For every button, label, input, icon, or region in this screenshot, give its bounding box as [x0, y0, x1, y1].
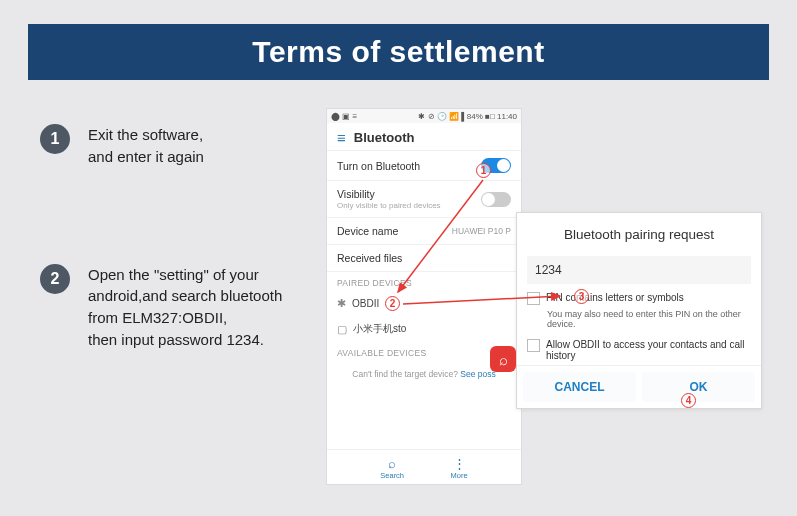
nav-label: More [451, 471, 468, 480]
row-sublabel: Only visible to paired devices [337, 201, 441, 210]
status-right: ✱ ⊘ 🕑 📶 ▌84% ■□ 11:40 [418, 112, 517, 121]
dialog-actions: CANCEL OK [517, 365, 761, 408]
bottom-nav: ⌕ Search ⋮ More [327, 449, 521, 484]
device-label: 小米手机sto [353, 322, 406, 336]
status-bar: ⬤ ▣ ≡ ✱ ⊘ 🕑 📶 ▌84% ■□ 11:40 [327, 109, 521, 123]
toggle-off-icon[interactable] [481, 192, 511, 207]
annotation-4: 4 [681, 393, 696, 408]
option-label: PIN contains letters or symbols [546, 292, 684, 303]
step-text: Open the "setting" of your android,and s… [88, 264, 300, 351]
option-allow-access[interactable]: Allow OBDII to access your contacts and … [517, 335, 761, 365]
bluetooth-icon: ✱ [337, 297, 346, 310]
option-pin-letters[interactable]: PIN contains letters or symbols [517, 288, 761, 309]
paired-devices-head: PAIRED DEVICES [327, 272, 521, 291]
checkbox-icon[interactable] [527, 339, 540, 352]
phone-mock: ⬤ ▣ ≡ ✱ ⊘ 🕑 📶 ▌84% ■□ 11:40 ≡ Bluetooth … [326, 108, 522, 485]
ok-button[interactable]: OK [642, 372, 755, 402]
annotation-2: 2 [385, 296, 400, 311]
bluetooth-toggle-row[interactable]: Turn on Bluetooth [327, 151, 521, 181]
pin-input[interactable]: 1234 [527, 256, 751, 284]
row-label: Turn on Bluetooth [337, 160, 420, 172]
option-label: Allow OBDII to access your contacts and … [546, 339, 751, 361]
step-2: 2 Open the "setting" of your android,and… [40, 264, 300, 351]
step-number: 2 [40, 264, 70, 294]
row-value: HUAWEI P10 P [452, 226, 511, 236]
row-label: Visibility [337, 188, 375, 200]
step-1: 1 Exit the software, and enter it again [40, 124, 300, 168]
page-header: Terms of settlement [28, 24, 769, 80]
row-label: Received files [337, 252, 402, 264]
phone-icon: ▢ [337, 323, 347, 336]
nav-more[interactable]: ⋮ More [451, 456, 468, 480]
step-number: 1 [40, 124, 70, 154]
step-text: Exit the software, and enter it again [88, 124, 204, 168]
search-badge-icon: ⌕ [490, 346, 516, 372]
received-files-row[interactable]: Received files [327, 245, 521, 272]
visibility-row[interactable]: Visibility Only visible to paired device… [327, 181, 521, 218]
status-left: ⬤ ▣ ≡ [331, 112, 357, 121]
screen-title: Bluetooth [354, 130, 415, 145]
nav-label: Search [380, 471, 404, 480]
device-name-row[interactable]: Device name HUAWEI P10 P [327, 218, 521, 245]
dialog-title: Bluetooth pairing request [517, 213, 761, 252]
annotation-3: 3 [574, 289, 589, 304]
paired-device-obdii[interactable]: ✱ OBDII [327, 291, 521, 316]
dialog-subtext: You may also need to enter this PIN on t… [517, 309, 761, 335]
pairing-dialog: Bluetooth pairing request 1234 PIN conta… [516, 212, 762, 409]
checkbox-icon[interactable] [527, 292, 540, 305]
annotation-1: 1 [476, 163, 491, 178]
screen-title-row: ≡ Bluetooth [327, 123, 521, 151]
cancel-button[interactable]: CANCEL [523, 372, 636, 402]
more-icon: ⋮ [451, 456, 468, 471]
see-link[interactable]: See poss [460, 369, 495, 379]
row-label: Device name [337, 225, 398, 237]
hint-text: Can't find the target device? [352, 369, 460, 379]
device-label: OBDII [352, 298, 379, 309]
nav-search[interactable]: ⌕ Search [380, 456, 404, 480]
steps-column: 1 Exit the software, and enter it again … [40, 108, 300, 485]
paired-device-xiaomi[interactable]: ▢ 小米手机sto [327, 316, 521, 342]
hamburger-icon[interactable]: ≡ [337, 129, 346, 146]
search-icon: ⌕ [380, 456, 404, 471]
